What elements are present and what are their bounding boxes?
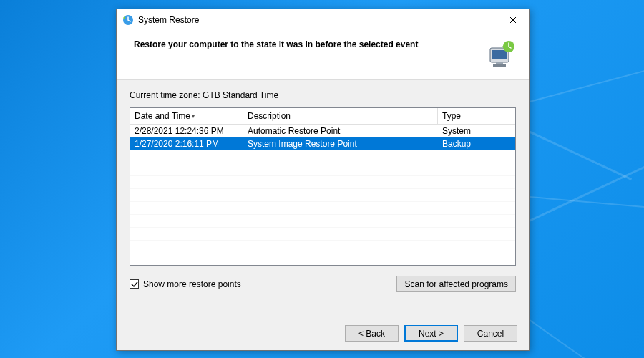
system-restore-dialog: System Restore Restore your computer to … [116,9,530,351]
close-icon [509,16,517,24]
checkbox-icon [130,279,139,289]
cell-date: 2/28/2021 12:24:36 PM [130,126,243,136]
restore-large-icon [486,38,517,69]
svg-rect-4 [493,64,506,67]
header-text: Restore your computer to the state it wa… [134,38,477,49]
table-body: 2/28/2021 12:24:36 PM Automatic Restore … [130,125,515,265]
cell-date: 1/27/2020 2:16:11 PM [130,139,243,149]
body-area: Current time zone: GTB Standard Time Dat… [117,80,529,316]
show-more-checkbox[interactable]: Show more restore points [130,279,241,289]
next-button[interactable]: Next > [404,325,458,342]
svg-rect-2 [492,50,507,59]
cell-type: Backup [438,139,515,149]
cancel-button[interactable]: Cancel [464,325,517,342]
cell-desc: Automatic Restore Point [243,126,438,136]
col-description-label: Description [248,111,291,121]
cell-desc: System Image Restore Point [243,139,438,149]
col-date-time-label: Date and Time [135,111,190,121]
restore-points-table: Date and Time ▾ Description Type 2/28/20… [130,107,516,266]
col-type[interactable]: Type [438,108,515,124]
col-description[interactable]: Description [243,108,438,124]
table-row[interactable]: 2/28/2021 12:24:36 PM Automatic Restore … [130,125,515,137]
window-title: System Restore [138,15,502,25]
col-type-label: Type [442,111,461,121]
col-date-time[interactable]: Date and Time ▾ [130,108,243,124]
header-band: Restore your computer to the state it wa… [117,31,529,80]
svg-rect-3 [496,62,503,64]
show-more-label: Show more restore points [143,279,241,289]
sort-desc-icon: ▾ [192,113,195,120]
back-button[interactable]: < Back [345,325,399,342]
timezone-label: Current time zone: GTB Standard Time [130,90,516,100]
below-table-row: Show more restore points Scan for affect… [130,276,516,292]
table-row[interactable]: 1/27/2020 2:16:11 PM System Image Restor… [130,137,515,150]
close-button[interactable] [502,11,525,29]
restore-icon [122,14,134,26]
cell-type: System [438,126,515,136]
table-header: Date and Time ▾ Description Type [130,108,515,125]
titlebar: System Restore [117,9,529,31]
scan-affected-button[interactable]: Scan for affected programs [396,276,516,292]
footer-buttons: < Back Next > Cancel [117,316,529,350]
